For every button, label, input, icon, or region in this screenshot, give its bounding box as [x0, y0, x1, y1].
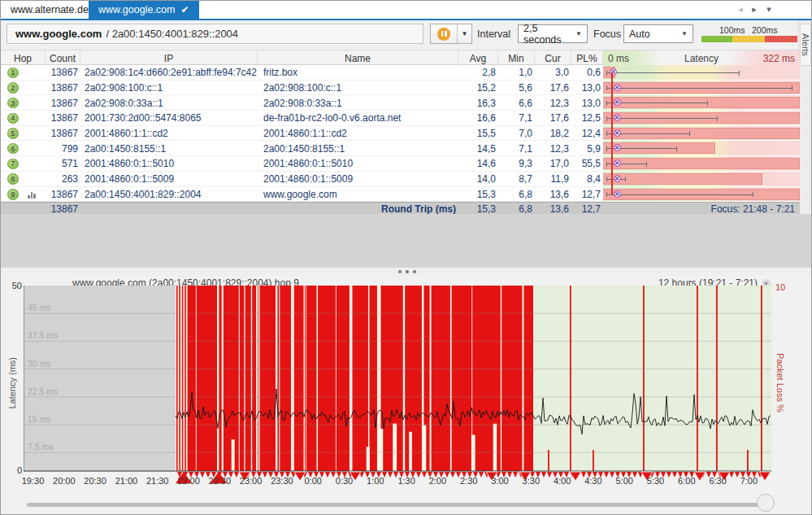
name-cell: 2a00:1450:8155::1 — [263, 141, 458, 156]
ip-cell: 2a02:908:0:33a::1 — [85, 95, 258, 111]
round-trip-label: Round Trip (ms) — [258, 203, 456, 215]
summary-pl: 12,7 — [571, 203, 601, 215]
pl-cell: 8,4 — [571, 172, 601, 187]
col-header-pl[interactable]: PL% — [571, 50, 603, 66]
x-tick-label: 7:00 — [740, 476, 758, 486]
ip-cell: 2a00:1450:8155::1 — [85, 141, 258, 156]
alerts-tab-label: Alerts — [801, 33, 810, 56]
col-header-count[interactable]: Count — [46, 50, 80, 66]
timeline-scrollbar-thumb[interactable] — [757, 494, 775, 512]
tab-menu-icon[interactable]: ▾ — [763, 4, 775, 15]
count-cell: 13867 — [46, 187, 78, 203]
y-axis-min: 0 — [14, 465, 22, 475]
summary-row: 13867 Round Trip (ms) 15,3 6,8 13,6 12,7… — [1, 202, 800, 214]
alerts-tab[interactable]: Alerts — [800, 24, 811, 66]
range-tick — [792, 85, 792, 90]
checkmark-icon: ✔ — [181, 4, 189, 15]
tab-scroll-right-icon[interactable]: ▸ — [749, 4, 760, 15]
range-tick — [625, 177, 626, 181]
col-header-min[interactable]: Min — [498, 50, 535, 66]
timeline-scrollbar-track[interactable] — [27, 503, 773, 507]
col-header-name[interactable]: Name — [258, 50, 458, 66]
name-cell: 2001:4860:0:1::5010 — [263, 156, 458, 172]
x-axis-labels: 19:3020:0020:3021:0021:3022:0022:3023:00… — [1, 476, 812, 487]
range-tick — [606, 162, 607, 167]
avg-marker-icon: ✕ — [614, 84, 621, 91]
pl-cell: 12,5 — [571, 111, 601, 126]
table-row[interactable]: 9138672a00:1450:4001:829::2004www.google… — [1, 187, 800, 203]
avg-marker-icon: ✕ — [614, 175, 621, 182]
pl-cell: 13,0 — [571, 95, 601, 111]
ip-cell: 2a02:908:100:c::1 — [85, 81, 258, 96]
avg-marker-icon: ✕ — [614, 129, 621, 137]
hop-number-badge: 6 — [7, 143, 19, 155]
col-header-cur[interactable]: Cur — [535, 50, 571, 66]
range-tick — [606, 85, 607, 90]
count-cell: 13867 — [46, 65, 78, 81]
svg-text:30 ms: 30 ms — [28, 359, 51, 369]
pause-icon — [437, 28, 450, 41]
table-row[interactable]: 4138672001:730:2d00::5474:8065de-fra01b-… — [1, 111, 800, 126]
range-tick — [717, 116, 718, 121]
chevron-down-icon: ▼ — [575, 30, 582, 37]
min-cell: 8,7 — [498, 172, 532, 187]
interval-label: Interval — [477, 28, 510, 40]
range-tick — [707, 101, 708, 106]
avg-cell: 16,3 — [458, 95, 496, 111]
name-cell: www.google.com — [263, 187, 458, 203]
pingplotter-window: www.alternate.de ✔ www.google.com ✔ ◂ ▸ … — [0, 0, 812, 515]
avg-cell: 16,6 — [458, 111, 496, 126]
col-header-latency[interactable]: 0 ms Latency 322 ms — [603, 50, 800, 66]
range-tick — [606, 71, 607, 76]
target-address-box[interactable]: www.google.com / 2a00:1450:4001:829::200… — [7, 24, 423, 44]
chevron-down-icon: ▼ — [681, 30, 688, 37]
hop-number-badge: 1 — [7, 68, 19, 79]
name-cell: 2a02:908:0:33a::1 — [263, 95, 458, 111]
col-header-hop[interactable]: Hop — [1, 50, 46, 66]
count-cell: 13867 — [46, 81, 78, 96]
x-tick-label: 20:00 — [53, 476, 76, 486]
table-row[interactable]: 3138672a02:908:0:33a::12a02:908:0:33a::1… — [1, 95, 800, 111]
range-tick — [606, 177, 607, 181]
table-row[interactable]: 1138672a02:908:1c4:d660:2e91:abff:fe94:7… — [1, 65, 800, 81]
latency-graph-cell: ✕ — [603, 65, 800, 81]
x-tick-label: 3:00 — [491, 476, 508, 486]
min-cell: 1,0 — [498, 65, 532, 81]
min-cell: 7,1 — [498, 141, 532, 156]
table-rows: 1138672a02:908:1c4:d660:2e91:abff:fe94:7… — [1, 65, 800, 202]
pause-dropdown-button[interactable]: ▼ — [458, 24, 471, 43]
pause-button[interactable] — [431, 24, 458, 43]
interval-select[interactable]: 2,5 seconds▼ — [518, 24, 588, 43]
x-tick-label: 0:00 — [304, 476, 321, 486]
svg-text:45 ms: 45 ms — [28, 303, 51, 312]
x-tick-label: 19:30 — [22, 476, 45, 486]
count-cell: 13867 — [46, 111, 78, 126]
cur-cell: 17,0 — [535, 156, 569, 172]
col-header-avg[interactable]: Avg — [458, 50, 498, 66]
tab-scroll-left-icon[interactable]: ◂ — [735, 4, 746, 15]
ip-cell: 2a02:908:1c4:d660:2e91:abff:fe94:7c42 — [85, 65, 258, 81]
cur-cell: 18,2 — [535, 126, 569, 142]
timeline-plot[interactable]: 45 ms37.5 ms30 ms22.5 ms15 ms7.5 ms — [24, 286, 771, 491]
hop-number-badge: 7 — [7, 159, 19, 170]
svg-text:7.5 ms: 7.5 ms — [28, 442, 54, 452]
tab-google[interactable]: www.google.com ✔ — [89, 1, 199, 19]
summary-avg: 15,3 — [458, 203, 496, 215]
latency-range-line — [606, 72, 739, 73]
table-row[interactable]: 75712001:4860:0:1::50102001:4860:0:1::50… — [1, 156, 800, 172]
focus-select[interactable]: Auto▼ — [623, 24, 693, 43]
pause-button-group: ▼ — [430, 24, 472, 44]
avg-cell: 15,3 — [458, 187, 496, 203]
tab-label: www.alternate.de — [11, 4, 89, 15]
avg-cell: 14,0 — [458, 172, 496, 187]
x-tick-label: 6:00 — [678, 476, 695, 486]
table-row[interactable]: 5138672001:4860:1:1::cd22001:4860:1:1::c… — [1, 126, 800, 142]
table-row[interactable]: 67992a00:1450:8155::12a00:1450:8155::114… — [1, 141, 800, 156]
col-header-ip[interactable]: IP — [80, 50, 258, 66]
cur-cell: 11,9 — [535, 172, 569, 187]
table-row[interactable]: 2138672a02:908:100:c::12a02:908:100:c::1… — [1, 81, 800, 96]
cur-cell: 12,3 — [535, 141, 569, 156]
panel-splitter-handle[interactable] — [1, 268, 812, 276]
focus-range-text: Focus: 21:48 - 7:21 — [603, 203, 795, 215]
table-row[interactable]: 82632001:4860:0:1::50092001:4860:0:1::50… — [1, 172, 800, 187]
